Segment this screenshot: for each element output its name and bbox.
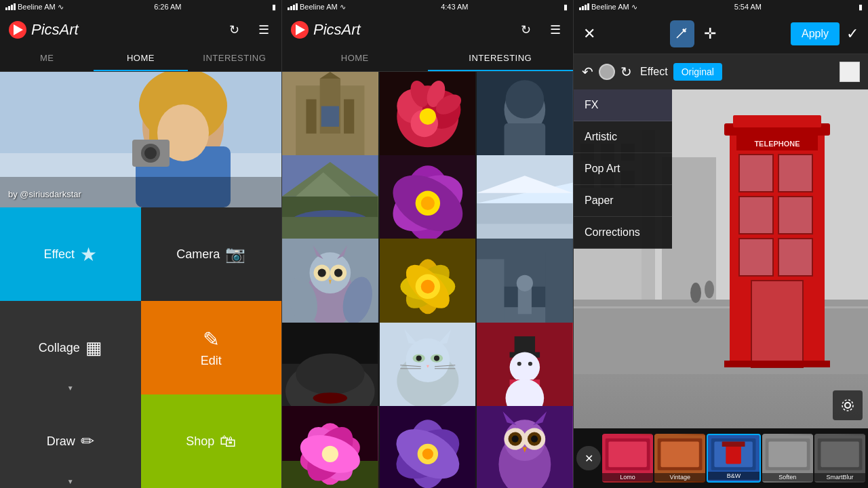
edit-label: Edit xyxy=(201,354,222,368)
fx-item-paper[interactable]: Paper xyxy=(574,185,672,217)
list-item[interactable] xyxy=(380,155,476,251)
menu-item-edit[interactable]: ✎ Edit xyxy=(141,301,282,394)
filmstrip-close[interactable]: ✕ xyxy=(576,446,601,470)
pen-tool-icon[interactable] xyxy=(670,20,694,47)
nav-tabs-1: ME HOME INTERESTING xyxy=(0,46,281,72)
topbar-left: ✕ xyxy=(579,21,599,47)
photo-snowy-img xyxy=(477,155,573,251)
menu-item-collage[interactable]: Collage ▦ ▼ xyxy=(0,301,141,394)
brush-size-indicator[interactable] xyxy=(599,64,615,80)
svg-point-128 xyxy=(531,435,538,442)
status-right-2: ▮ xyxy=(564,3,568,12)
signal-icon-2 xyxy=(288,3,298,10)
menu-item-draw[interactable]: Draw ✏ ▼ xyxy=(0,394,141,488)
fx-item-corrections[interactable]: Corrections xyxy=(574,217,672,249)
gear-icon xyxy=(840,398,855,413)
list-item[interactable] xyxy=(282,72,378,168)
hero-bg xyxy=(0,72,281,207)
apply-button[interactable]: Apply xyxy=(791,22,840,45)
svg-point-113 xyxy=(322,445,338,462)
list-item[interactable] xyxy=(282,155,378,251)
effect-label: Effect xyxy=(43,247,75,262)
list-item[interactable] xyxy=(380,323,476,419)
collage-label: Collage xyxy=(39,341,80,355)
battery-icon-2: ▮ xyxy=(564,3,568,12)
list-item[interactable] xyxy=(477,155,573,251)
carrier-2: Beeline AM xyxy=(300,3,338,11)
photo-girl-dark-img xyxy=(477,72,573,168)
undo-icon[interactable]: ↶ xyxy=(582,64,593,80)
list-item[interactable] xyxy=(282,406,378,488)
list-item[interactable] xyxy=(477,323,573,419)
fx-item-popart[interactable]: Pop Art xyxy=(574,153,672,185)
list-item[interactable] xyxy=(282,239,378,335)
tab-home[interactable]: HOME xyxy=(94,46,187,71)
svg-point-11 xyxy=(144,147,157,159)
list-item[interactable] xyxy=(282,323,378,419)
fx-item-fx[interactable]: FX xyxy=(574,89,672,121)
move-icon[interactable]: ✛ xyxy=(700,21,720,47)
svg-point-83 xyxy=(313,392,348,403)
pencil-icon: ✏ xyxy=(81,432,94,451)
film-smartblur-label: SmartBlur xyxy=(814,473,865,481)
effect-toolbar: ↶ ↻ Effect Original xyxy=(574,54,868,89)
list-item[interactable] xyxy=(380,239,476,335)
time-1: 6:26 AM xyxy=(154,3,181,11)
battery-icon-3: ▮ xyxy=(859,3,863,12)
original-button[interactable]: Original xyxy=(673,63,722,81)
close-icon[interactable]: ✕ xyxy=(579,21,599,47)
status-right-3: ▮ xyxy=(859,3,863,12)
svg-rect-19 xyxy=(306,99,316,134)
list-item[interactable] xyxy=(380,406,476,488)
menu-icon-2[interactable]: ☰ xyxy=(546,18,565,41)
bag-icon: 🛍 xyxy=(220,432,236,451)
status-right-1: ▮ xyxy=(272,3,276,12)
svg-point-159 xyxy=(705,281,714,298)
menu-item-shop[interactable]: Shop 🛍 xyxy=(141,394,282,488)
photo-street-img xyxy=(477,239,573,335)
preview-square[interactable] xyxy=(840,62,860,82)
film-item-vintage[interactable]: Vintage xyxy=(654,434,705,483)
list-item[interactable] xyxy=(477,239,573,335)
svg-point-91 xyxy=(416,355,421,361)
tab-home-2[interactable]: HOME xyxy=(282,46,428,71)
photo-lotus-img xyxy=(380,155,476,251)
film-item-lomo[interactable]: Lomo xyxy=(602,434,653,483)
svg-text:TELEPHONE: TELEPHONE xyxy=(754,140,800,148)
refresh-icon-1[interactable]: ↻ xyxy=(225,18,243,41)
time-3: 5:54 AM xyxy=(734,3,762,11)
picsart-logo-2[interactable]: PicsArt xyxy=(290,20,361,39)
fx-item-artistic[interactable]: Artistic xyxy=(574,121,672,153)
svg-point-103 xyxy=(528,361,532,365)
svg-point-30 xyxy=(419,108,435,125)
chevron-down-draw: ▼ xyxy=(67,478,74,485)
status-left-1: Beeline AM ∿ xyxy=(5,3,64,12)
photo-cat-img xyxy=(380,323,476,419)
logo-text-2: PicsArt xyxy=(313,21,361,39)
film-item-soften[interactable]: Soften xyxy=(762,434,813,483)
refresh-icon-2[interactable]: ↻ xyxy=(517,18,535,41)
signal-icon-3 xyxy=(579,3,589,10)
list-item[interactable] xyxy=(477,406,573,488)
confirm-icon[interactable]: ✓ xyxy=(842,21,863,47)
logo-icon-2 xyxy=(290,20,309,39)
svg-rect-175 xyxy=(768,442,806,468)
menu-grid: Effect ★ Camera 📷 Collage ▦ ▼ ✎ Edit Dra… xyxy=(0,207,281,488)
list-item[interactable] xyxy=(477,72,573,168)
menu-item-camera[interactable]: Camera 📷 xyxy=(141,207,282,301)
menu-icon-1[interactable]: ☰ xyxy=(254,18,273,41)
editor-canvas: TELEPHONE FX Artistic xyxy=(574,89,868,428)
tab-interesting-2[interactable]: INTERESTING xyxy=(428,46,574,71)
film-soften-label: Soften xyxy=(762,473,813,481)
reload-icon[interactable]: ↻ xyxy=(620,64,632,80)
tab-me[interactable]: ME xyxy=(0,46,94,71)
menu-item-effect[interactable]: Effect ★ xyxy=(0,207,141,301)
picsart-logo-1[interactable]: PicsArt xyxy=(8,20,79,39)
svg-rect-147 xyxy=(733,115,821,127)
time-2: 4:43 AM xyxy=(441,3,468,11)
settings-button[interactable] xyxy=(833,390,863,420)
film-item-smartblur[interactable]: SmartBlur xyxy=(814,434,865,483)
film-item-bw[interactable]: B&W xyxy=(707,434,760,483)
tab-interesting[interactable]: INTERESTING xyxy=(188,46,281,71)
list-item[interactable] xyxy=(380,72,476,168)
